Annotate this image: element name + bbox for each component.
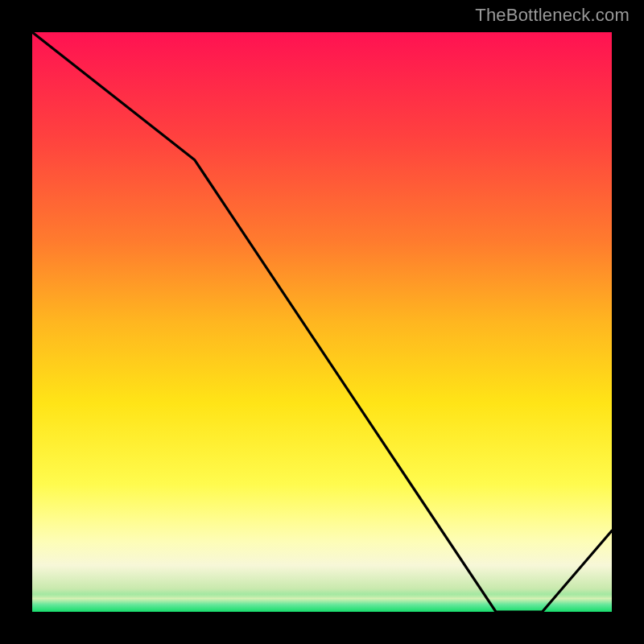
curve-path (32, 32, 612, 612)
watermark-label: TheBottleneck.com (475, 5, 630, 26)
chart-frame: TheBottleneck.com (0, 0, 644, 644)
plot-area (32, 32, 612, 612)
optimal-band (32, 594, 612, 612)
bottleneck-curve (32, 32, 612, 612)
